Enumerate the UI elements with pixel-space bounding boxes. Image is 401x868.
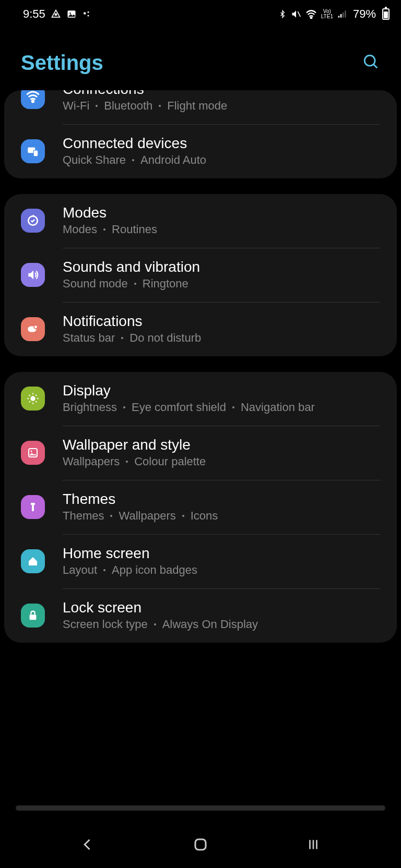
item-title: Sounds and vibration	[63, 259, 382, 275]
settings-item-lock[interactable]: Lock screenScreen lock typeAlways On Dis…	[4, 589, 397, 643]
notifications-icon	[21, 317, 45, 341]
svg-line-28	[36, 395, 37, 396]
svg-line-6	[298, 11, 300, 17]
wifi-icon	[305, 9, 317, 19]
settings-group: ModesModesRoutinesSounds and vibrationSo…	[4, 194, 397, 356]
wallpaper-icon	[21, 441, 45, 465]
back-button[interactable]	[72, 829, 103, 860]
item-title: Themes	[63, 491, 382, 508]
item-title: Connections	[63, 90, 382, 98]
svg-point-19	[34, 325, 38, 329]
home-icon	[21, 549, 45, 573]
item-text: ConnectionsWi-FiBluetoothFlight mode	[63, 90, 382, 113]
settings-item-home[interactable]: Home screenLayoutApp icon badges	[4, 535, 397, 588]
separator-dot	[103, 569, 105, 571]
volte-icon: Vo)LTE1	[321, 9, 333, 19]
page-title: Settings	[21, 51, 103, 75]
triangle-icon	[51, 9, 61, 19]
lock-icon	[21, 604, 45, 628]
recents-button[interactable]	[298, 829, 329, 860]
item-title: Modes	[63, 204, 382, 221]
svg-point-7	[310, 17, 312, 19]
sounds-icon	[21, 263, 45, 287]
svg-point-3	[84, 12, 86, 15]
svg-point-0	[55, 14, 56, 15]
separator-dot	[123, 406, 125, 408]
item-subtitle: Quick ShareAndroid Auto	[63, 153, 382, 167]
navigation-bar	[0, 821, 401, 868]
separator-dot	[134, 283, 136, 285]
item-subtitle: ThemesWallpapersIcons	[63, 509, 382, 523]
separator-dot	[132, 159, 134, 161]
item-subtitle: Sound modeRingtone	[63, 277, 382, 291]
header: Settings	[0, 25, 401, 90]
settings-item-wallpaper[interactable]: Wallpaper and styleWallpapersColour pale…	[4, 426, 397, 480]
separator-dot	[182, 515, 184, 517]
svg-rect-9	[340, 14, 342, 18]
settings-item-display[interactable]: DisplayBrightnessEye comfort shieldNavig…	[4, 372, 397, 426]
item-text: DisplayBrightnessEye comfort shieldNavig…	[63, 382, 382, 414]
svg-point-4	[87, 11, 89, 13]
modes-icon	[21, 209, 45, 233]
search-button[interactable]	[362, 53, 380, 73]
separator-dot	[121, 337, 123, 339]
settings-list[interactable]: ConnectionsWi-FiBluetoothFlight modeConn…	[0, 90, 401, 643]
separator-dot	[103, 228, 105, 231]
svg-line-13	[373, 64, 377, 68]
item-subtitle: BrightnessEye comfort shieldNavigation b…	[63, 401, 382, 414]
separator-dot	[110, 515, 112, 517]
battery-icon	[382, 8, 390, 20]
item-title: Lock screen	[63, 599, 382, 616]
item-subtitle: Wi-FiBluetoothFlight mode	[63, 99, 382, 113]
separator-dot	[232, 406, 234, 408]
svg-point-2	[69, 13, 71, 14]
item-title: Notifications	[63, 313, 382, 330]
svg-rect-11	[345, 10, 346, 17]
settings-item-notifications[interactable]: NotificationsStatus barDo not disturb	[4, 303, 397, 356]
item-title: Display	[63, 382, 382, 399]
connected-icon	[21, 139, 45, 163]
item-text: Connected devicesQuick ShareAndroid Auto	[63, 135, 382, 167]
status-left: 9:55	[23, 7, 91, 21]
item-text: Wallpaper and styleWallpapersColour pale…	[63, 437, 382, 468]
status-bar: 9:55 Vo)LTE1 79%	[0, 0, 401, 25]
svg-rect-10	[343, 13, 344, 18]
item-text: NotificationsStatus barDo not disturb	[63, 313, 382, 345]
settings-item-themes[interactable]: ThemesThemesWallpapersIcons	[4, 480, 397, 534]
settings-item-sounds[interactable]: Sounds and vibrationSound modeRingtone	[4, 248, 397, 302]
separator-dot	[154, 623, 156, 625]
svg-rect-32	[32, 505, 34, 511]
scroll-indicator	[16, 805, 385, 811]
separator-dot	[96, 105, 98, 107]
signal-icon	[337, 9, 348, 19]
item-title: Connected devices	[63, 135, 382, 152]
svg-point-12	[364, 55, 375, 66]
settings-group: DisplayBrightnessEye comfort shieldNavig…	[4, 372, 397, 643]
display-icon	[21, 387, 45, 411]
svg-rect-33	[30, 614, 37, 620]
dots-icon	[82, 9, 91, 19]
item-title: Home screen	[63, 545, 382, 562]
separator-dot	[159, 105, 161, 107]
svg-line-27	[29, 401, 30, 402]
item-text: ThemesThemesWallpapersIcons	[63, 491, 382, 523]
bluetooth-icon	[278, 8, 287, 20]
svg-rect-31	[31, 503, 35, 505]
clock: 9:55	[23, 7, 45, 21]
item-subtitle: ModesRoutines	[63, 223, 382, 236]
item-text: Sounds and vibrationSound modeRingtone	[63, 259, 382, 291]
settings-item-modes[interactable]: ModesModesRoutines	[4, 194, 397, 248]
svg-rect-8	[338, 16, 340, 17]
home-button[interactable]	[185, 829, 216, 860]
settings-item-connections[interactable]: ConnectionsWi-FiBluetoothFlight mode	[4, 90, 397, 124]
item-title: Wallpaper and style	[63, 437, 382, 453]
svg-rect-29	[29, 449, 37, 457]
item-subtitle: WallpapersColour palette	[63, 455, 382, 468]
svg-point-5	[87, 15, 89, 17]
item-text: ModesModesRoutines	[63, 204, 382, 236]
svg-line-26	[36, 401, 37, 402]
item-subtitle: Screen lock typeAlways On Display	[63, 618, 382, 631]
status-right: Vo)LTE1 79%	[278, 7, 390, 21]
battery-percent: 79%	[353, 7, 376, 21]
settings-item-connected[interactable]: Connected devicesQuick ShareAndroid Auto	[4, 125, 397, 178]
